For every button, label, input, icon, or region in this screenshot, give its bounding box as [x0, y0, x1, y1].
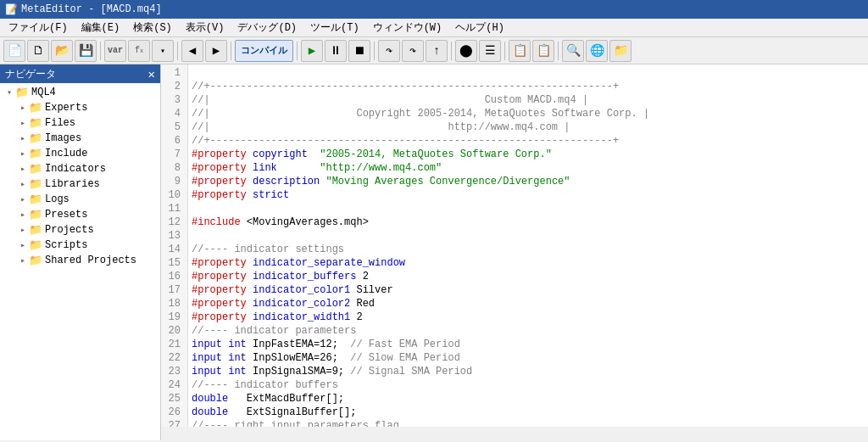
- sep4: [297, 42, 298, 60]
- folder-open-button[interactable]: 📁: [609, 40, 632, 62]
- step-out-button[interactable]: ↑: [426, 40, 448, 62]
- folder-icon-presets: 📁: [29, 208, 42, 221]
- expand-presets[interactable]: ▸: [17, 209, 29, 221]
- sep6: [451, 42, 452, 60]
- tree-label-logs: Logs: [45, 193, 70, 205]
- expand-libraries[interactable]: ▸: [17, 178, 29, 190]
- menu-debug[interactable]: デバッグ(D): [231, 19, 303, 36]
- run-button[interactable]: ▶: [301, 40, 323, 62]
- new-file-button[interactable]: 🗋: [27, 40, 49, 62]
- menu-file[interactable]: ファイル(F): [2, 19, 75, 36]
- expand-images[interactable]: ▸: [17, 132, 29, 144]
- folder-icon-include: 📁: [29, 147, 42, 160]
- dropdown-btn[interactable]: ▾: [152, 40, 174, 62]
- folder-icon-indicators: 📁: [29, 162, 42, 176]
- expand-indicators[interactable]: ▸: [17, 163, 29, 175]
- tree-label-libraries: Libraries: [45, 178, 100, 190]
- menu-tools[interactable]: ツール(T): [303, 19, 366, 36]
- menu-search[interactable]: 検索(S): [126, 19, 179, 36]
- breakpoint-button[interactable]: ⬤: [455, 40, 477, 62]
- folder-icon-mql4: 📁: [15, 86, 29, 99]
- expand-logs[interactable]: ▸: [17, 193, 29, 205]
- tree-item-indicators[interactable]: ▸ 📁 Indicators: [14, 161, 160, 176]
- new-button[interactable]: 📄: [3, 40, 25, 62]
- tree-label-mql4: MQL4: [31, 87, 56, 98]
- tree-item-logs[interactable]: ▸ 📁 Logs: [14, 192, 160, 207]
- stop-button[interactable]: ⏹: [348, 40, 370, 62]
- navigator-close-button[interactable]: ✕: [148, 67, 155, 81]
- save-button[interactable]: 💾: [75, 40, 97, 62]
- tree-item-scripts[interactable]: ▸ 📁 Scripts: [14, 238, 160, 253]
- tree-item-experts[interactable]: ▸ 📁 Experts: [14, 100, 160, 115]
- tree-item-mql4[interactable]: ▾ 📁 MQL4: [0, 85, 160, 100]
- func-button[interactable]: fx: [128, 40, 150, 62]
- tree-label-presets: Presets: [45, 209, 87, 221]
- tree-label-files: Files: [45, 117, 75, 129]
- horizontal-scrollbar[interactable]: [161, 427, 868, 440]
- code-text-area[interactable]: //+-------------------------------------…: [188, 64, 868, 427]
- menu-window[interactable]: ウィンドウ(W): [366, 19, 449, 36]
- var-button[interactable]: var: [104, 40, 126, 62]
- sep2: [177, 42, 178, 60]
- tree-item-libraries[interactable]: ▸ 📁 Libraries: [14, 176, 160, 192]
- step-over-button[interactable]: ↷: [402, 40, 424, 62]
- tree-item-shared-projects[interactable]: ▸ 📁 Shared Projects: [14, 253, 160, 268]
- folder-icon-scripts: 📁: [29, 238, 42, 252]
- pause-button[interactable]: ⏸: [325, 40, 347, 62]
- open-button[interactable]: 📂: [51, 40, 73, 62]
- folder-icon-projects: 📁: [29, 223, 42, 237]
- tree-item-include[interactable]: ▸ 📁 Include: [14, 146, 160, 161]
- copy-button[interactable]: 📋: [509, 40, 531, 62]
- expand-mql4[interactable]: ▾: [3, 87, 15, 98]
- expand-experts[interactable]: ▸: [17, 102, 29, 114]
- forward-button[interactable]: ▶: [205, 40, 227, 62]
- tree-item-images[interactable]: ▸ 📁 Images: [14, 131, 160, 146]
- sep5: [374, 42, 375, 60]
- folder-icon-experts: 📁: [29, 101, 42, 115]
- tree-label-include: Include: [45, 148, 87, 159]
- main-layout: ナビゲータ ✕ ▾ 📁 MQL4 ▸ 📁 Experts ▸ 📁: [0, 64, 868, 440]
- tree-item-presets[interactable]: ▸ 📁 Presets: [14, 207, 160, 222]
- sep1: [100, 42, 101, 60]
- folder-icon-libraries: 📁: [29, 177, 42, 191]
- sep7: [504, 42, 505, 60]
- expand-files[interactable]: ▸: [17, 117, 29, 129]
- navigator-panel: ナビゲータ ✕ ▾ 📁 MQL4 ▸ 📁 Experts ▸ 📁: [0, 64, 161, 440]
- menu-edit[interactable]: 編集(E): [75, 19, 127, 36]
- folder-icon-logs: 📁: [29, 193, 42, 206]
- navigator-tree: ▾ 📁 MQL4 ▸ 📁 Experts ▸ 📁 Files ▸: [0, 83, 160, 440]
- clear-bp-button[interactable]: ☰: [479, 40, 501, 62]
- expand-scripts[interactable]: ▸: [17, 239, 29, 251]
- menu-help[interactable]: ヘルプ(H): [448, 19, 511, 36]
- globe-button[interactable]: 🌐: [586, 40, 608, 62]
- toolbar: 📄 🗋 📂 💾 var fx ▾ ◀ ▶ コンパイル ▶ ⏸ ⏹ ↷ ↷ ↑ ⬤…: [0, 37, 868, 64]
- folder-icon-files: 📁: [29, 116, 42, 130]
- tree-item-files[interactable]: ▸ 📁 Files: [14, 115, 160, 131]
- tree-label-images: Images: [45, 132, 81, 144]
- tree-item-projects[interactable]: ▸ 📁 Projects: [14, 222, 160, 238]
- line-numbers: 12345 678910 1112131415 1617181920 21222…: [161, 64, 188, 427]
- code-editor[interactable]: 12345 678910 1112131415 1617181920 21222…: [161, 64, 868, 440]
- sep3: [231, 42, 231, 60]
- search-icon-btn[interactable]: 🔍: [562, 40, 584, 62]
- tree-label-indicators: Indicators: [45, 163, 106, 175]
- expand-shared[interactable]: ▸: [17, 255, 29, 266]
- tree-label-scripts: Scripts: [45, 239, 87, 251]
- code-content: 12345 678910 1112131415 1617181920 21222…: [161, 64, 868, 427]
- menu-view[interactable]: 表示(V): [179, 19, 231, 36]
- folder-icon-images: 📁: [29, 131, 42, 145]
- tree-label-shared: Shared Projects: [45, 255, 136, 266]
- expand-projects[interactable]: ▸: [17, 224, 29, 236]
- tree-label-experts: Experts: [45, 102, 87, 114]
- expand-include[interactable]: ▸: [17, 148, 29, 159]
- sep8: [558, 42, 559, 60]
- step-button[interactable]: ↷: [378, 40, 400, 62]
- folder-icon-shared: 📁: [29, 254, 42, 267]
- paste-button[interactable]: 📋: [532, 40, 554, 62]
- back-button[interactable]: ◀: [181, 40, 203, 62]
- app-icon: 📝: [5, 3, 18, 16]
- tree-label-projects: Projects: [45, 224, 94, 236]
- navigator-header: ナビゲータ ✕: [0, 64, 160, 83]
- title-bar-text: MetaEditor - [MACD.mq4]: [21, 3, 162, 15]
- compile-button[interactable]: コンパイル: [235, 40, 293, 62]
